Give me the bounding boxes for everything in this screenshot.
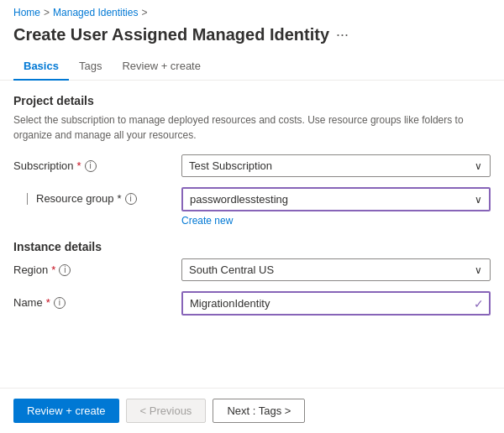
previous-button: < Previous [126,399,207,423]
subscription-control: Test Subscription [181,154,491,177]
name-info-icon[interactable]: i [54,297,66,309]
resource-group-select[interactable]: passwordlesstesting [181,187,491,211]
subscription-select-wrapper: Test Subscription [181,154,491,177]
resource-group-control: passwordlesstesting Create new [181,187,491,227]
instance-details-section: Instance details Region * i South Centra… [13,240,491,316]
page-header: Create User Assigned Managed Identity ··… [0,22,504,53]
page-title: Create User Assigned Managed Identity [13,25,329,44]
footer: Review + create < Previous Next : Tags > [0,388,504,433]
region-required: * [51,263,55,276]
subscription-info-icon[interactable]: i [85,160,97,172]
create-new-link[interactable]: Create new [181,215,233,227]
instance-details-title: Instance details [13,240,491,253]
breadcrumb-home[interactable]: Home [13,7,40,18]
tabs: Basics Tags Review + create [0,53,504,81]
breadcrumb-sep-1: > [44,7,50,18]
subscription-select[interactable]: Test Subscription [181,154,491,177]
form-content: Project details Select the subscription … [0,81,504,339]
subscription-label: Subscription * i [13,154,181,172]
name-check-icon: ✓ [474,297,484,310]
region-info-icon[interactable]: i [59,264,71,276]
review-create-button[interactable]: Review + create [13,399,119,423]
resource-group-select-wrapper: passwordlesstesting [181,187,491,211]
region-label: Region * i [13,258,181,276]
name-input[interactable] [181,291,491,316]
more-options-icon[interactable]: ··· [336,26,349,44]
project-details-title: Project details [13,94,491,107]
next-button[interactable]: Next : Tags > [213,399,305,423]
name-row: Name * i ✓ [13,291,491,316]
region-control: South Central US [181,258,491,281]
breadcrumb: Home > Managed Identities > [0,0,504,22]
region-select-wrapper: South Central US [181,258,491,281]
name-label: Name * i [13,291,181,309]
resource-group-label: Resource group * i [13,187,181,205]
tab-basics[interactable]: Basics [13,53,69,81]
project-details-desc: Select the subscription to manage deploy… [13,112,491,143]
name-required: * [46,296,50,309]
breadcrumb-sep-2: > [141,7,147,18]
tab-tags[interactable]: Tags [69,53,112,81]
resource-group-required: * [118,192,122,205]
resource-group-row: Resource group * i passwordlesstesting C… [13,187,491,227]
breadcrumb-managed-identities[interactable]: Managed Identities [53,7,138,18]
resource-group-info-icon[interactable]: i [125,193,137,205]
name-input-wrapper: ✓ [181,291,491,316]
subscription-required: * [77,159,81,172]
subscription-row: Subscription * i Test Subscription [13,154,491,177]
region-row: Region * i South Central US [13,258,491,281]
name-control: ✓ [181,291,491,316]
tab-review-create[interactable]: Review + create [112,53,211,81]
region-select[interactable]: South Central US [181,258,491,281]
